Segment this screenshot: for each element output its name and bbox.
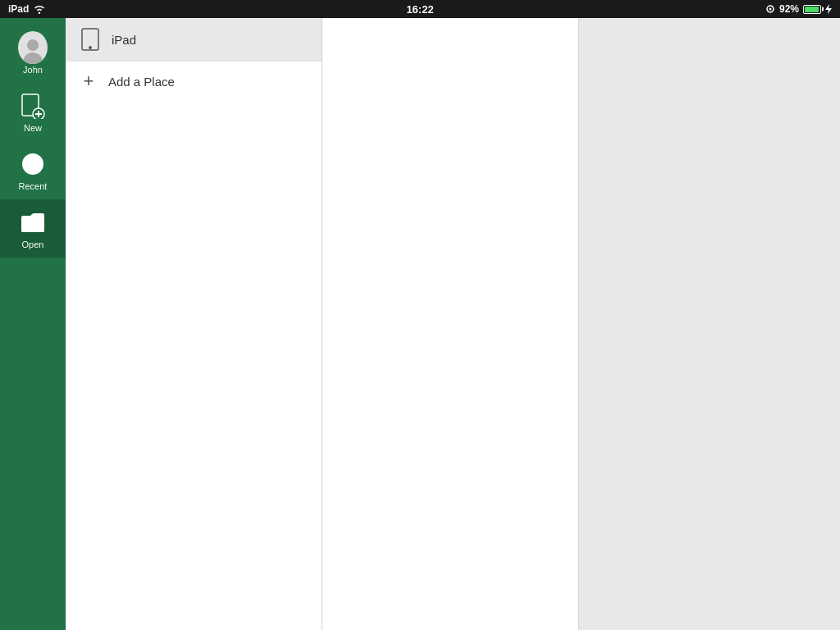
sidebar: John New Recent xyxy=(0,18,66,630)
recent-label: Recent xyxy=(19,181,48,191)
charging-icon xyxy=(825,4,832,14)
avatar-person xyxy=(18,31,48,64)
folder-icon xyxy=(18,208,48,237)
open-label: Open xyxy=(22,240,44,249)
sidebar-item-new[interactable]: New xyxy=(0,83,66,141)
svg-point-1 xyxy=(769,8,771,11)
avatar-body xyxy=(23,52,43,64)
app-container: John New Recent xyxy=(0,18,840,630)
carrier-label: iPad xyxy=(8,3,29,15)
time-display: 16:22 xyxy=(406,3,433,16)
status-bar: iPad 16:22 92% xyxy=(0,0,840,18)
middle-panel: iPad + Add a Place xyxy=(66,18,322,630)
svg-point-12 xyxy=(89,47,91,48)
location-icon xyxy=(765,4,775,14)
user-name-label: John xyxy=(23,65,43,75)
new-document-icon xyxy=(18,91,48,121)
svg-marker-2 xyxy=(825,4,832,14)
battery-icon xyxy=(803,5,821,14)
wifi-icon xyxy=(33,4,46,14)
place-item-ipad[interactable]: iPad xyxy=(66,18,322,62)
ipad-label: iPad xyxy=(112,33,136,47)
avatar-head xyxy=(27,39,39,51)
avatar xyxy=(18,33,48,62)
battery-percent: 92% xyxy=(779,3,799,15)
avatar-circle xyxy=(18,31,48,64)
ipad-device-icon xyxy=(79,28,102,51)
add-place-label: Add a Place xyxy=(108,75,175,89)
sidebar-item-user[interactable]: John xyxy=(0,25,66,83)
right-empty-area xyxy=(579,18,840,630)
sidebar-item-open[interactable]: Open xyxy=(0,199,66,258)
new-label: New xyxy=(24,123,42,133)
content-area xyxy=(322,18,840,630)
sidebar-item-recent[interactable]: Recent xyxy=(0,141,66,199)
status-left: iPad xyxy=(8,3,46,15)
svg-rect-10 xyxy=(21,219,44,232)
plus-icon: + xyxy=(79,71,98,91)
document-preview xyxy=(322,18,579,630)
clock-icon xyxy=(18,149,48,179)
status-right: 92% xyxy=(765,3,832,15)
add-place-item[interactable]: + Add a Place xyxy=(66,62,322,101)
